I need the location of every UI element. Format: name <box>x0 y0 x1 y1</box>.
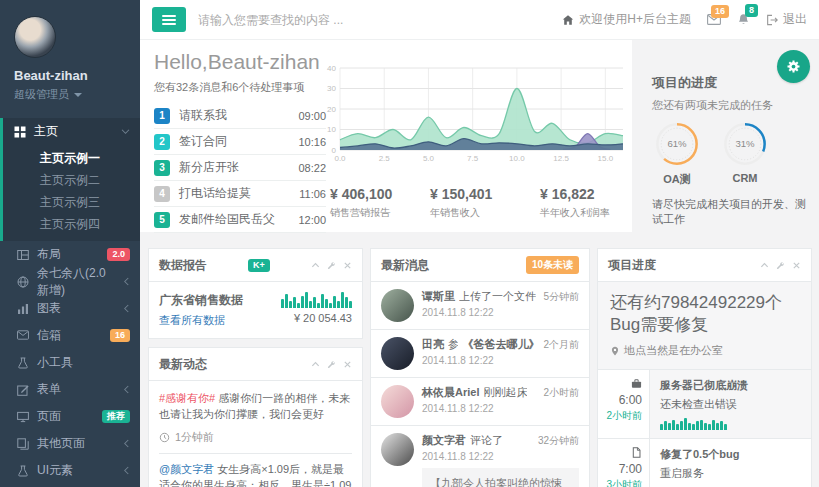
flask-icon <box>17 357 29 369</box>
timeline-content: 服务器已彻底崩溃 还未检查出错误 <box>650 370 811 438</box>
news-user-link[interactable]: 林依晨Ariel <box>422 385 479 400</box>
todo-number-badge: 4 <box>154 186 170 202</box>
search-input[interactable] <box>198 13 562 27</box>
svg-text:7.5: 7.5 <box>467 154 479 163</box>
activity-post: @颜文字君 女生身高×1.09后，就是最适合你的男生身高；相反，男生是÷1.09… <box>159 462 352 487</box>
todo-item[interactable]: 1 请联系我 09:00 <box>154 103 326 129</box>
collapse-icon[interactable] <box>311 261 320 270</box>
dashboard-panels: 数据报告 K+ 广东省销售数据 查看所有数据 ¥ 20 054.43 <box>140 240 819 487</box>
comment-quote: 【九部令人拍案叫绝的惊悚悬疑剧情佳作】如果你喜欢《迷雾》《致命ID》《电锯惊魂》… <box>422 468 579 487</box>
news-item[interactable]: 谭斯里 上传了一个文件 5分钟前 2014.11.8 12:22 <box>371 282 589 330</box>
latest-news-panel: 最新消息 10条未读 谭斯里 上传了一个文件 5分钟前 2014.11.8 12… <box>370 248 590 487</box>
edit-icon <box>17 384 29 396</box>
sidebar-item-mailbox[interactable]: 信箱 16 <box>0 322 140 349</box>
home-icon <box>562 14 574 26</box>
timeline-ago: 3小时前 <box>606 478 642 487</box>
activity-post: #感谢有你# 感谢你们一路的相伴，未来也请让我为你们撑腰，我们会更好 <box>159 391 352 423</box>
sidebar-item-widgets[interactable]: 小工具 <box>0 349 140 376</box>
sidebar-item-label: 主页 <box>34 123 58 140</box>
panel-title-bar: 最新消息 10条未读 <box>371 249 589 282</box>
news-item[interactable]: 颜文字君 评论了 32分钟前 2014.11.8 12:22 【九部令人拍案叫绝… <box>371 426 589 487</box>
hashtag-link[interactable]: #感谢有你# <box>159 392 215 404</box>
close-icon[interactable] <box>343 360 352 369</box>
gauge-label: OA测 <box>654 172 700 187</box>
welcome-text: 欢迎使用H+后台主题 <box>579 11 691 28</box>
sidebar-subitem-example2[interactable]: 主页示例二 <box>3 169 140 191</box>
user-avatar[interactable] <box>14 16 56 58</box>
sidebar-item-ui-elements[interactable]: UI元素 <box>0 457 140 484</box>
view-all-data-link[interactable]: 查看所有数据 <box>159 313 243 328</box>
todo-item[interactable]: 5 发邮件给国民岳父 12:00 <box>154 207 326 233</box>
mail-count-badge: 16 <box>711 5 729 18</box>
sidebar-item-misc[interactable]: 余七余八(2.0新增) <box>0 268 140 295</box>
latest-activity-panel: 最新动态 #感谢有你# 感谢你们一路的相伴，未来也请让我为你们撑腰，我们会更好 … <box>148 347 363 487</box>
activity-time: 1分钟前 <box>175 430 214 445</box>
timeline-item[interactable]: 7:00 3小时前 修复了0.5个bug 重启服务 <box>598 439 811 487</box>
mention-link[interactable]: @颜文字君 <box>159 463 214 475</box>
hero-subtitle: 您有32条消息和6个待处理事项 <box>154 80 326 95</box>
news-user-link[interactable]: 田亮 <box>422 337 444 352</box>
mail-button[interactable]: 16 <box>707 14 721 25</box>
avatar <box>381 337 414 370</box>
notifications-button[interactable]: 8 <box>737 13 750 26</box>
todo-number-badge: 5 <box>154 212 170 228</box>
sidebar-item-label: 图表 <box>37 300 61 317</box>
news-item[interactable]: 林依晨Ariel 刚刚起床 2小时前 2014.11.8 12:22 <box>371 378 589 426</box>
news-user-link[interactable]: 颜文字君 <box>422 433 466 448</box>
desktop-icon <box>17 411 29 423</box>
todo-item[interactable]: 2 签订合同 10:16 <box>154 129 326 155</box>
project-overview-panel: 项目的进度 您还有两项未完成的任务 61% OA测 31% CRM 请尽快完成相… <box>632 40 819 232</box>
kplus-badge: K+ <box>248 259 270 272</box>
avatar <box>381 289 414 322</box>
todo-item[interactable]: 4 打电话给提莫 11:06 <box>154 181 326 207</box>
todo-item[interactable]: 3 新分店开张 08:22 <box>154 155 326 181</box>
flask-icon <box>17 465 29 477</box>
panel-title: 项目进度 <box>608 257 656 274</box>
data-report-panel: 数据报告 K+ 广东省销售数据 查看所有数据 ¥ 20 054.43 <box>148 248 363 339</box>
news-user-link[interactable]: 谭斯里 <box>422 289 455 304</box>
sidebar-item-label: UI元素 <box>37 462 73 479</box>
panel-title-bar: 项目进度 <box>598 249 811 282</box>
panel-title: 最新消息 <box>381 257 429 274</box>
wrench-icon[interactable] <box>327 261 336 270</box>
svg-text:0.0: 0.0 <box>334 154 346 163</box>
project-progress-panel: 项目进度 还有约79842492229个Bug需要修复 地点当然是在办公室 6:… <box>597 248 812 487</box>
version-badge: 2.0 <box>107 248 130 261</box>
sidebar-subitem-example3[interactable]: 主页示例三 <box>3 191 140 213</box>
collapse-icon[interactable] <box>311 360 320 369</box>
welcome-link[interactable]: 欢迎使用H+后台主题 <box>562 11 691 28</box>
grid-icon <box>14 126 26 138</box>
sidebar: Beaut-zihan 超级管理员 主页 主页示例一 主页示例二 主页示例三 主… <box>0 0 140 487</box>
svg-text:10: 10 <box>327 125 336 134</box>
sidebar-item-charts[interactable]: 图表 <box>0 295 140 322</box>
sidebar-subitem-example1[interactable]: 主页示例一 <box>3 147 140 169</box>
wrench-icon[interactable] <box>327 360 336 369</box>
timeline-item[interactable]: 6:00 2小时前 服务器已彻底崩溃 还未检查出错误 <box>598 370 811 439</box>
logout-button[interactable]: 退出 <box>766 11 807 28</box>
news-item[interactable]: 田亮 参加了 《爸爸去哪儿》 2个月前 2014.11.8 12:22 <box>371 330 589 378</box>
sidebar-item-forms[interactable]: 表单 <box>0 376 140 403</box>
sidebar-item-label: 其他页面 <box>37 435 85 452</box>
data-report-body: 广东省销售数据 查看所有数据 ¥ 20 054.43 <box>149 282 362 338</box>
wrench-icon[interactable] <box>776 261 785 270</box>
user-role-dropdown[interactable]: 超级管理员 <box>14 87 126 102</box>
nav-group-home: 主页 主页示例一 主页示例二 主页示例三 主页示例四 <box>0 118 140 241</box>
menu-toggle-button[interactable] <box>152 7 186 32</box>
svg-text:12.5: 12.5 <box>553 154 569 163</box>
news-item-date: 2014.11.8 12:22 <box>422 355 579 366</box>
project-overview-note: 请尽快完成相关项目的开发、测试工作 <box>652 197 807 227</box>
sidebar-item-pages[interactable]: 页面 推荐 <box>0 403 140 430</box>
news-item-date: 2014.11.8 12:22 <box>422 451 579 462</box>
panel-column-3: 项目进度 还有约79842492229个Bug需要修复 地点当然是在办公室 6:… <box>597 248 812 487</box>
sidebar-item-home[interactable]: 主页 <box>3 118 140 145</box>
collapse-icon[interactable] <box>760 261 769 270</box>
sidebar-item-other-pages[interactable]: 其他页面 <box>0 430 140 457</box>
settings-button[interactable] <box>777 50 810 83</box>
chevron-down-icon <box>74 93 82 97</box>
close-icon[interactable] <box>343 261 352 270</box>
stat-sales-report: ¥ 406,100 销售营销报告 <box>330 186 430 220</box>
timeline-content: 修复了0.5个bug 重启服务 <box>650 439 811 487</box>
close-icon[interactable] <box>792 261 801 270</box>
sidebar-item-label: 表单 <box>37 381 61 398</box>
sidebar-subitem-example4[interactable]: 主页示例四 <box>3 213 140 235</box>
